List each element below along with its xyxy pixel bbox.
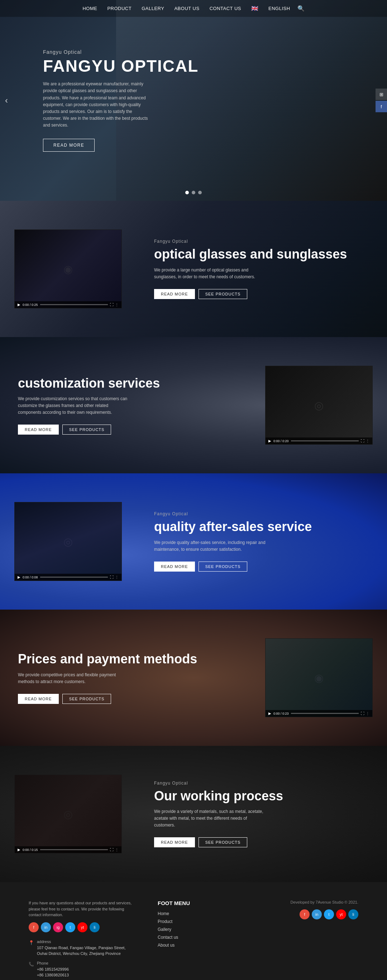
hero-dot-2[interactable] bbox=[192, 191, 195, 194]
section3-video-bar: ▶ 0:00 / 0:08 ⛶ ⋮ bbox=[15, 574, 122, 581]
section3-read-more-button[interactable]: READ MORE bbox=[154, 562, 195, 571]
dev-social-5[interactable]: li bbox=[348, 909, 358, 920]
facebook-icon[interactable]: f bbox=[376, 101, 387, 112]
phone-icon: 📞 bbox=[29, 962, 34, 967]
section2-play-button[interactable]: ▶ bbox=[268, 439, 271, 443]
footer-phone2: +86 13869820613 bbox=[37, 972, 69, 978]
footer-menu-gallery[interactable]: Gallery bbox=[158, 927, 229, 932]
nav-contact[interactable]: CONTACT US bbox=[209, 6, 241, 11]
section4-inner: ◉ ▶ 0:00 / 0:23 ⛶ ⋮ Prices and payment m… bbox=[0, 609, 387, 746]
nav-flag: 🇬🇧 bbox=[251, 5, 259, 12]
fullscreen-icon-2[interactable]: ⛶ bbox=[361, 439, 365, 443]
customization-section: ◎ ▶ 0:00 / 0:20 ⛶ ⋮ customization servic… bbox=[0, 337, 387, 473]
footer-social-btn-6[interactable]: li bbox=[90, 922, 100, 932]
dev-social-4[interactable]: yt bbox=[336, 909, 346, 920]
grid-icon[interactable]: ⊞ bbox=[376, 89, 387, 100]
section4-read-more-button[interactable]: READ MORE bbox=[18, 694, 59, 704]
section5-play-button[interactable]: ▶ bbox=[17, 848, 21, 852]
footer-phone-label: Phone bbox=[37, 961, 69, 965]
footer-menu-product[interactable]: Product bbox=[158, 919, 229, 924]
section1-brand: Fangyu Optical bbox=[154, 239, 369, 244]
settings-icon[interactable]: ⋮ bbox=[115, 303, 119, 307]
dev-social-1[interactable]: f bbox=[300, 909, 309, 920]
section3-video-frame: ◎ bbox=[15, 503, 122, 581]
footer-menu-title: FOOT MENU bbox=[158, 900, 229, 906]
section4-see-products-button[interactable]: SEE PRODUCTS bbox=[62, 694, 111, 704]
section1-video-frame: ◉ bbox=[15, 230, 122, 308]
section1-video-icons: ⛶ ⋮ bbox=[110, 303, 119, 307]
footer-menu-contact[interactable]: Contact us bbox=[158, 935, 229, 940]
section2-progress-bar[interactable] bbox=[291, 440, 359, 441]
section2-see-products-button[interactable]: SEE PRODUCTS bbox=[62, 425, 111, 434]
hero-read-more-button[interactable]: READ MORE bbox=[43, 139, 95, 152]
footer-social-btn-1[interactable]: f bbox=[29, 922, 39, 932]
section5-progress-bar[interactable] bbox=[40, 849, 108, 850]
section5-buttons: READ MORE SEE PRODUCTS bbox=[154, 837, 369, 847]
section1-progress-bar[interactable] bbox=[40, 304, 108, 305]
section4-video: ◉ ▶ 0:00 / 0:23 ⛶ ⋮ bbox=[265, 638, 373, 717]
fullscreen-icon[interactable]: ⛶ bbox=[110, 303, 114, 307]
hero-dot-3[interactable] bbox=[198, 191, 202, 194]
section5-video-time: 0:00 / 0:15 bbox=[22, 848, 38, 852]
section5-description: We provide a variety of materials, such … bbox=[154, 808, 269, 829]
navbar: HOME PRODUCT GALLERY ABOUT US CONTACT US… bbox=[0, 0, 387, 17]
section4-video-frame: ◉ bbox=[265, 639, 372, 717]
section2-video-time: 0:00 / 0:20 bbox=[273, 439, 289, 443]
footer-phone-row: 📞 Phone +86 18515429996 +86 13869820613 bbox=[29, 961, 136, 978]
footer-social-btn-5[interactable]: yt bbox=[78, 922, 87, 932]
section4-video-icons: ⛶ ⋮ bbox=[361, 711, 370, 715]
section5-video-frame: ◎ bbox=[15, 775, 122, 853]
footer-phone1: +86 18515429996 bbox=[37, 966, 69, 972]
fullscreen-icon-3[interactable]: ⛶ bbox=[110, 575, 114, 579]
section5-video-icons: ⛶ ⋮ bbox=[110, 848, 119, 852]
section4-content: Prices and payment methods We provide co… bbox=[0, 637, 251, 718]
section4-play-button[interactable]: ▶ bbox=[268, 711, 271, 715]
section4-progress-bar[interactable] bbox=[291, 713, 359, 714]
nav-gallery[interactable]: GALLERY bbox=[141, 6, 164, 11]
dev-social-3[interactable]: t bbox=[324, 909, 334, 920]
section3-video: ◎ ▶ 0:00 / 0:08 ⛶ ⋮ bbox=[14, 502, 122, 581]
footer-social-btn-4[interactable]: t bbox=[65, 922, 75, 932]
nav-about[interactable]: ABOUT US bbox=[174, 6, 199, 11]
section3-brand: Fangyu Optical bbox=[154, 511, 369, 516]
settings-icon-2[interactable]: ⋮ bbox=[366, 439, 370, 443]
search-icon[interactable]: 🔍 bbox=[297, 5, 305, 12]
nav-home[interactable]: HOME bbox=[82, 6, 97, 11]
footer-menu: FOOT MENU Home Product Gallery Contact u… bbox=[158, 900, 229, 980]
nav-lang[interactable]: ENGLISH bbox=[268, 6, 290, 11]
footer-menu-about[interactable]: About us bbox=[158, 943, 229, 948]
section5-title: Our working process bbox=[154, 789, 369, 803]
section5-see-products-button[interactable]: SEE PRODUCTS bbox=[198, 837, 247, 847]
footer-social-btn-2[interactable]: in bbox=[41, 922, 51, 932]
hero-prev-arrow[interactable]: ‹ bbox=[5, 95, 8, 105]
section3-description: We provide quality after-sales service, … bbox=[154, 539, 269, 553]
section3-play-button[interactable]: ▶ bbox=[17, 575, 21, 579]
section1-see-products-button[interactable]: SEE PRODUCTS bbox=[198, 289, 247, 299]
section1-content: Fangyu Optical optical glasses and sungl… bbox=[136, 224, 387, 313]
hero-content: Fangyu Optical FANGYU OPTICAL We are a p… bbox=[0, 49, 241, 152]
hero-dot-1[interactable] bbox=[185, 191, 189, 194]
settings-icon-5[interactable]: ⋮ bbox=[115, 848, 119, 852]
settings-icon-4[interactable]: ⋮ bbox=[366, 711, 370, 715]
fullscreen-icon-4[interactable]: ⛶ bbox=[361, 711, 365, 715]
nav-product[interactable]: PRODUCT bbox=[107, 6, 132, 11]
settings-icon-3[interactable]: ⋮ bbox=[115, 575, 119, 579]
section3-progress-bar[interactable] bbox=[40, 577, 108, 578]
footer-menu-home[interactable]: Home bbox=[158, 911, 229, 916]
footer-address-text: 107 Qianao Road, Fangao Village, Panqiao… bbox=[37, 945, 136, 957]
footer-social-btn-3[interactable]: ig bbox=[53, 922, 63, 932]
section1-play-button[interactable]: ▶ bbox=[17, 303, 21, 307]
section2-buttons: READ MORE SEE PRODUCTS bbox=[18, 425, 233, 434]
fullscreen-icon-5[interactable]: ⛶ bbox=[110, 848, 114, 852]
section4-video-time: 0:00 / 0:23 bbox=[273, 712, 289, 715]
section3-see-products-button[interactable]: SEE PRODUCTS bbox=[198, 562, 247, 571]
section2-read-more-button[interactable]: READ MORE bbox=[18, 425, 59, 434]
section5-video-bar: ▶ 0:00 / 0:15 ⛶ ⋮ bbox=[15, 846, 122, 853]
section1-inner: ◉ ▶ 0:00 / 0:25 ⛶ ⋮ Fangyu Optical optic… bbox=[0, 201, 387, 337]
section2-video-icons: ⛶ ⋮ bbox=[361, 439, 370, 443]
dev-social-2[interactable]: in bbox=[312, 909, 322, 920]
section2-title: customization services bbox=[18, 376, 233, 390]
section2-video-frame: ◎ bbox=[265, 366, 372, 444]
section1-read-more-button[interactable]: READ MORE bbox=[154, 289, 195, 299]
section5-read-more-button[interactable]: READ MORE bbox=[154, 837, 195, 847]
